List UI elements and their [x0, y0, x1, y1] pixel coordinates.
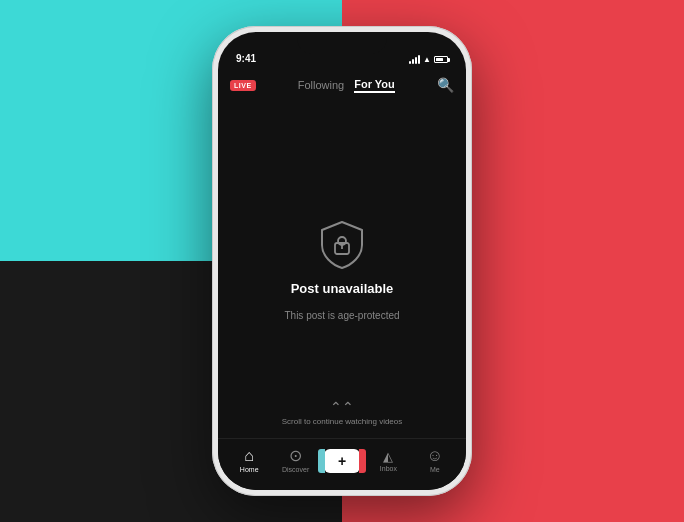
nav-label-inbox: Inbox — [380, 465, 397, 472]
nav-item-plus[interactable]: + — [319, 449, 365, 473]
search-icon[interactable]: 🔍 — [437, 77, 454, 93]
inbox-icon: ◭ — [383, 450, 393, 463]
compass-icon: ⊙ — [289, 448, 302, 464]
nav-label-me: Me — [430, 466, 440, 473]
status-icons: ▲ — [409, 55, 448, 64]
scroll-hint-text: Scroll to continue watching videos — [282, 417, 403, 426]
plus-icon: + — [338, 453, 346, 469]
live-badge[interactable]: LIVE — [230, 80, 256, 91]
post-unavailable-subtitle: This post is age-protected — [284, 310, 399, 321]
phone-outer: 9:41 ▲ LIVE F — [212, 26, 472, 496]
shield-lock-icon — [318, 219, 366, 271]
nav-tabs: Following For You — [298, 78, 395, 93]
post-unavailable-title: Post unavailable — [291, 281, 394, 296]
nav-item-home[interactable]: ⌂ Home — [226, 448, 272, 473]
battery-fill — [436, 58, 443, 61]
phone: 9:41 ▲ LIVE F — [212, 26, 472, 496]
signal-bars-icon — [409, 55, 420, 64]
plus-button[interactable]: + — [324, 449, 360, 473]
nav-label-discover: Discover — [282, 466, 309, 473]
status-time: 9:41 — [236, 53, 256, 64]
post-unavailable-container: Post unavailable This post is age-protec… — [284, 219, 399, 321]
battery-icon — [434, 56, 448, 63]
nav-item-me[interactable]: ☺ Me — [412, 448, 458, 473]
phone-screen: 9:41 ▲ LIVE F — [218, 32, 466, 490]
tab-for-you[interactable]: For You — [354, 78, 395, 93]
tab-following[interactable]: Following — [298, 79, 344, 91]
wifi-icon: ▲ — [423, 55, 431, 64]
top-nav: LIVE Following For You 🔍 — [218, 68, 466, 102]
scroll-hint: ⌃⌃ Scroll to continue watching videos — [282, 402, 403, 426]
nav-item-inbox[interactable]: ◭ Inbox — [365, 450, 411, 472]
home-icon: ⌂ — [244, 448, 254, 464]
nav-item-discover[interactable]: ⊙ Discover — [272, 448, 318, 473]
main-content: Post unavailable This post is age-protec… — [218, 102, 466, 438]
bottom-nav: ⌂ Home ⊙ Discover + ◭ Inbox ☺ — [218, 438, 466, 490]
nav-label-home: Home — [240, 466, 259, 473]
notch — [297, 32, 387, 54]
chevrons-up-icon: ⌃⌃ — [330, 402, 354, 413]
person-icon: ☺ — [427, 448, 443, 464]
